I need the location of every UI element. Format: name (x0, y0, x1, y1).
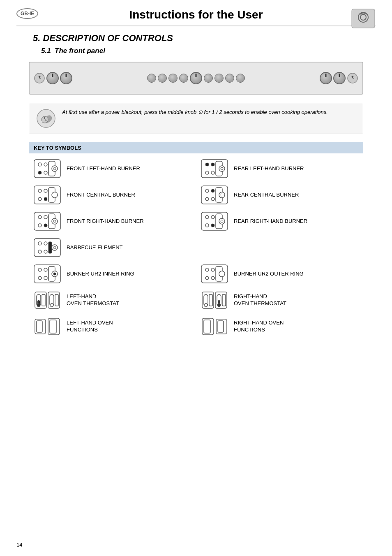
burner-knob-center[interactable] (190, 72, 202, 84)
svg-rect-104 (222, 294, 226, 306)
svg-point-75 (53, 273, 56, 275)
svg-point-37 (44, 197, 47, 201)
burner-knob-2[interactable] (158, 74, 167, 83)
page-number: 14 (16, 542, 22, 548)
svg-point-76 (38, 276, 42, 280)
svg-rect-65 (48, 242, 52, 253)
symbol-rear-right-burner: REAR RIGHT-HAND BURNER (200, 211, 359, 232)
svg-point-25 (211, 163, 214, 166)
svg-point-68 (38, 250, 42, 253)
svg-point-53 (44, 224, 47, 227)
svg-point-64 (44, 242, 47, 245)
right-thermostat-label: RIGHT-HANDOVEN THERMOSTAT (234, 293, 286, 307)
svg-point-30 (211, 171, 214, 174)
right-knob-1[interactable] (320, 72, 332, 84)
svg-point-29 (205, 171, 209, 174)
rear-left-burner-icon (200, 158, 229, 179)
svg-rect-89 (42, 294, 45, 306)
ur2-inner-icon (33, 264, 62, 284)
svg-point-69 (44, 250, 47, 253)
symbol-ur2-inner: BURNER UR2 INNER RING (33, 264, 192, 284)
svg-point-44 (205, 197, 209, 201)
svg-point-36 (38, 197, 42, 201)
svg-point-22 (44, 171, 47, 174)
front-panel-diagram: □□ □□ (29, 62, 363, 95)
left-knob-2[interactable] (60, 72, 72, 84)
burner-knob-8[interactable] (236, 74, 245, 83)
symbol-ur2-outer: BURNER UR2 OUTER RING (200, 264, 359, 284)
svg-point-79 (205, 268, 209, 271)
svg-rect-106 (37, 321, 42, 332)
svg-rect-112 (218, 321, 224, 332)
burner-knob-6[interactable] (214, 74, 224, 83)
svg-point-72 (44, 268, 47, 271)
svg-point-55 (205, 215, 209, 219)
symbol-right-oven-fn: RIGHT-HAND OVENFUNCTIONS (200, 316, 359, 337)
symbol-left-thermostat: LEFT-HANDOVEN THERMOSTAT (33, 290, 192, 310)
burner-knob-7[interactable] (225, 74, 234, 83)
burner-knob-5[interactable] (204, 74, 213, 83)
svg-point-35 (52, 192, 58, 198)
rear-left-burner-label: REAR LEFT-HAND BURNER (234, 165, 304, 172)
symbols-grid: FRONT LEFT-HAND BURNER REAR LEFT-HAND BU… (29, 158, 363, 337)
svg-point-63 (38, 242, 42, 245)
svg-point-48 (44, 215, 47, 219)
ur2-inner-label: BURNER UR2 INNER RING (67, 271, 134, 278)
svg-point-84 (211, 276, 214, 280)
svg-point-77 (44, 276, 47, 280)
symbol-front-left-burner: FRONT LEFT-HAND BURNER (33, 158, 192, 179)
country-badge: GB-IE (16, 8, 38, 19)
notice-icon (36, 108, 56, 129)
rear-central-burner-icon (200, 185, 229, 205)
svg-point-28 (221, 167, 223, 170)
burner-knob-3[interactable] (168, 74, 178, 83)
front-right-burner-icon (33, 211, 62, 232)
svg-rect-108 (50, 320, 56, 333)
svg-rect-110 (204, 320, 210, 333)
front-left-burner-icon (33, 158, 62, 179)
key-section-header: KEY TO SYMBOLS (29, 142, 363, 153)
svg-point-56 (211, 215, 214, 219)
left-knob-1[interactable] (46, 72, 59, 84)
front-central-burner-icon (33, 185, 62, 205)
ur2-outer-label: BURNER UR2 OUTER RING (234, 271, 304, 278)
svg-rect-94 (55, 294, 58, 306)
svg-point-40 (211, 189, 214, 192)
svg-point-33 (44, 189, 47, 192)
right-knob-2[interactable] (333, 72, 346, 84)
svg-point-45 (211, 197, 214, 201)
svg-point-47 (38, 215, 42, 219)
left-oven-fn-label: LEFT-HAND OVENFUNCTIONS (67, 320, 113, 334)
section-title: 5. DESCRIPTION OF CONTROLS (33, 33, 376, 44)
symbol-rear-left-burner: REAR LEFT-HAND BURNER (200, 158, 359, 179)
svg-point-52 (38, 224, 42, 227)
svg-point-80 (211, 268, 214, 271)
left-oven-fn-icon (33, 316, 62, 337)
notice-text: At first use after a power blackout, pre… (62, 108, 328, 116)
subsection-title: 5.1 The front panel (41, 47, 376, 55)
symbol-barbecue: BARBECUE ELEMENT (33, 237, 192, 258)
svg-point-60 (205, 224, 209, 227)
front-central-burner-label: FRONT CENTRAL BURNER (67, 192, 135, 199)
svg-point-32 (38, 189, 42, 192)
front-left-burner-label: FRONT LEFT-HAND BURNER (67, 165, 140, 172)
burner-knob-4[interactable] (179, 74, 188, 83)
svg-point-20 (53, 167, 56, 170)
svg-point-88 (37, 303, 40, 307)
symbol-right-thermostat: RIGHT-HANDOVEN THERMOSTAT (200, 290, 359, 310)
key-to-symbols-section: KEY TO SYMBOLS FRONT LEFT-HAND BURNER (29, 142, 363, 337)
burner-knob-1[interactable] (147, 74, 156, 83)
svg-point-21 (38, 171, 42, 174)
svg-point-71 (38, 268, 42, 271)
svg-point-82 (219, 271, 225, 277)
page-title: Instructions for the User (129, 8, 263, 21)
symbol-front-central-burner: FRONT CENTRAL BURNER (33, 185, 192, 205)
symbol-front-right-burner: FRONT RIGHT-HAND BURNER (33, 211, 192, 232)
notice-box: At first use after a power blackout, pre… (29, 103, 363, 134)
svg-point-17 (44, 163, 47, 166)
svg-point-103 (217, 303, 221, 307)
svg-point-24 (205, 163, 209, 166)
svg-rect-0 (352, 9, 375, 28)
brand-logo (351, 8, 376, 29)
svg-point-59 (221, 220, 223, 222)
